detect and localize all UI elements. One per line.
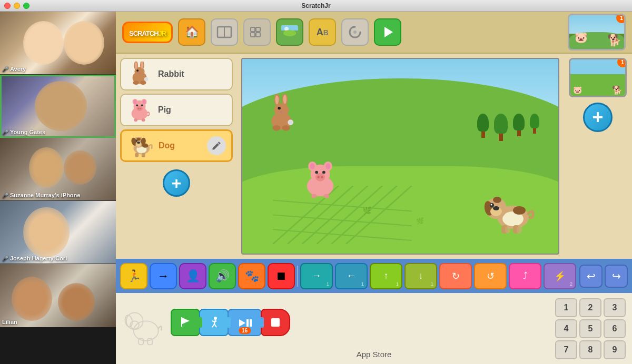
svg-point-10	[283, 30, 296, 36]
numpad-8[interactable]: 8	[579, 340, 601, 359]
grass-patch: 🌿	[362, 206, 371, 215]
svg-point-44	[137, 141, 140, 144]
move-down-icon: ↓	[419, 270, 423, 281]
scene-thumbnail[interactable]: 🐷 🐕 1	[568, 14, 626, 50]
undo-button[interactable]: ↩	[579, 265, 603, 288]
presentation-button[interactable]	[211, 18, 238, 46]
numpad-7[interactable]: 7	[555, 340, 577, 359]
speed-block[interactable]: ⚡ 2	[544, 263, 576, 289]
svg-point-35	[141, 104, 143, 106]
scene-pig[interactable]	[299, 156, 341, 203]
scene-dog[interactable]	[481, 188, 539, 238]
control-category-button[interactable]: ⏹	[268, 263, 295, 289]
flag-trigger-block[interactable]	[171, 309, 200, 336]
move-down-block[interactable]: ↓ 1	[404, 263, 437, 289]
background-button[interactable]	[276, 18, 303, 46]
move-left-icon: ←	[347, 270, 356, 281]
svg-rect-37	[142, 118, 145, 122]
forward-block[interactable]: 16	[228, 309, 262, 336]
paint-button[interactable]	[207, 136, 226, 155]
numpad-9[interactable]: 9	[604, 340, 626, 359]
block-num: 1	[396, 281, 399, 287]
numpad: 1 2 3 4 5 6 7 8 9	[555, 298, 626, 359]
character-name-pig: Pig	[158, 105, 226, 115]
end-block[interactable]	[261, 309, 290, 336]
scene-rabbit[interactable]	[264, 94, 299, 136]
svg-rect-114	[250, 319, 252, 327]
svg-point-22	[144, 77, 149, 82]
move-right-block[interactable]: → 1	[300, 263, 333, 289]
svg-point-66	[278, 107, 281, 109]
close-button[interactable]	[4, 3, 11, 9]
grid-button[interactable]	[243, 18, 271, 46]
svg-line-57	[273, 200, 412, 211]
numpad-3[interactable]: 3	[604, 298, 626, 317]
participant-label: 🎤 Young Gates	[2, 129, 45, 135]
svg-point-65	[283, 95, 287, 104]
mic-muted-icon: 🎤	[2, 66, 8, 72]
looks-category-button[interactable]: 👤	[179, 263, 206, 289]
participant-tile[interactable]: 🎤 Avery	[0, 12, 116, 75]
svg-marker-104	[181, 317, 182, 327]
participant-tile[interactable]: 🎤 Suzanne Murray's iPhone	[0, 138, 116, 201]
forward-count: 16	[239, 327, 251, 334]
window-title: ScratchJr	[301, 2, 330, 9]
character-item-rabbit[interactable]: Rabbit	[120, 58, 233, 90]
participant-video-avery	[0, 12, 116, 74]
character-name-dog: Dog	[159, 141, 202, 150]
turn-right-block[interactable]: ↻	[439, 263, 472, 289]
numpad-6[interactable]: 6	[604, 319, 626, 338]
top-toolbar: SCRATCHJR 🏠	[116, 12, 632, 54]
svg-point-79	[321, 176, 323, 178]
turn-left-block[interactable]: ↺	[474, 263, 507, 289]
character-name-rabbit: Rabbit	[158, 69, 226, 79]
traffic-lights	[4, 3, 29, 9]
svg-rect-113	[246, 319, 249, 327]
turn-right-icon: ↻	[452, 270, 460, 282]
participant-tile[interactable]: 🎤 Young Gates	[0, 75, 116, 138]
numpad-1[interactable]: 1	[555, 298, 577, 317]
fullscreen-button[interactable]	[23, 3, 29, 9]
move-right-icon: →	[312, 270, 321, 281]
sound-category-button[interactable]: 🔊	[209, 263, 236, 289]
home-button[interactable]: 🏠	[178, 18, 205, 46]
motion-category-button[interactable]: →	[150, 263, 177, 289]
text-button[interactable]: AB	[309, 18, 336, 46]
redo-button[interactable]: ↪	[605, 265, 628, 288]
minimize-button[interactable]	[14, 3, 20, 9]
move-left-block[interactable]: ← 1	[335, 263, 368, 289]
participant-tile[interactable]: 🎤 Joseph Hagerty-Cori	[0, 201, 116, 264]
move-up-block[interactable]: ↑ 1	[370, 263, 402, 289]
hop-block[interactable]: ⤴	[509, 263, 541, 289]
block-num: 1	[431, 281, 433, 287]
participant-label: 🎤 Avery	[2, 66, 26, 72]
event-category-button[interactable]: 🐾	[238, 263, 265, 289]
svg-point-91	[493, 206, 499, 210]
numpad-4[interactable]: 4	[555, 319, 577, 338]
participant-tile[interactable]: Lilian	[0, 264, 116, 327]
script-area: 16 1 2 3 4 5 6 7 8 9	[116, 293, 632, 364]
speed-icon: ⚡	[554, 270, 566, 282]
svg-point-106	[214, 317, 217, 320]
svg-point-31	[136, 106, 143, 111]
run-block[interactable]	[199, 309, 229, 336]
block-num: 1	[327, 281, 329, 287]
reset-button[interactable]	[341, 18, 369, 46]
svg-point-69	[272, 125, 280, 131]
character-item-dog[interactable]: Dog	[120, 129, 233, 162]
svg-rect-83	[324, 194, 329, 198]
add-character-button[interactable]: +	[163, 169, 190, 197]
numpad-2[interactable]: 2	[579, 298, 601, 317]
numpad-5[interactable]: 5	[579, 319, 601, 338]
trigger-category-button[interactable]: 🏃	[120, 263, 147, 289]
add-scene-button[interactable]: +	[583, 103, 613, 132]
scene-canvas[interactable]: 🌿 🌿	[241, 58, 559, 255]
svg-rect-3	[256, 27, 260, 32]
character-item-pig[interactable]: Pig	[120, 94, 233, 126]
play-button[interactable]	[374, 18, 401, 46]
svg-point-78	[317, 176, 320, 178]
participants-sidebar: 🎤 Avery 🎤 Young Gates 🎤 Suzanne Murray's…	[0, 12, 116, 364]
block-num: 2	[570, 281, 572, 287]
scene-card-1[interactable]: 🐷 🐕 1	[569, 58, 627, 97]
svg-point-24	[140, 80, 146, 85]
